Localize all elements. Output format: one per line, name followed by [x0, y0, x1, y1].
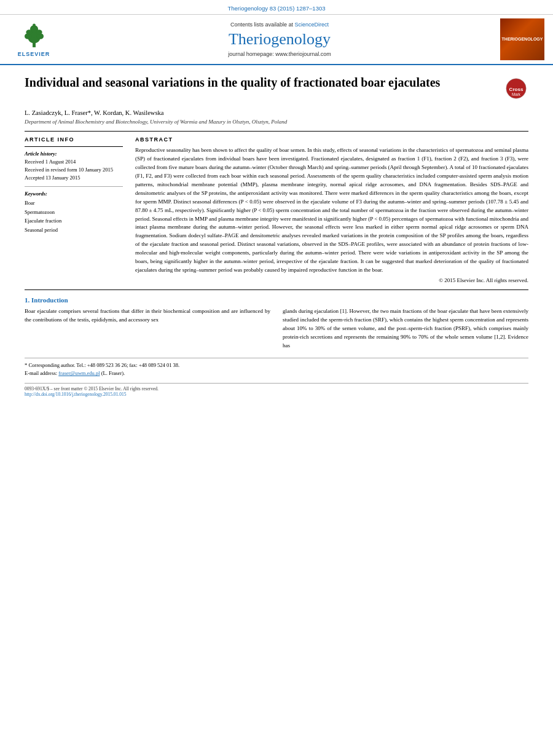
footnotes-area: * Corresponding author. Tel.: +48 089 52… [25, 358, 528, 378]
page-container: Theriogenology 83 (2015) 1287–1303 ELSEV… [0, 0, 553, 756]
bottom-copyright-text: 0093-691X/$ – see front matter © 2015 El… [25, 386, 159, 392]
journal-reference-link[interactable]: Theriogenology 83 (2015) 1287–1303 [228, 5, 326, 12]
keywords-divider [25, 186, 123, 187]
abstract-header: ABSTRACT [135, 136, 528, 143]
journal-homepage: journal homepage: www.theriojournal.com [68, 51, 492, 57]
svg-text:Cross: Cross [509, 87, 524, 92]
bottom-copyright: 0093-691X/$ – see front matter © 2015 El… [25, 386, 159, 397]
svg-point-7 [36, 30, 42, 34]
svg-point-6 [26, 30, 32, 34]
intro-text-left: Boar ejaculate comprises several fractio… [25, 307, 270, 325]
journal-header: ELSEVIER Contents lists available at Sci… [0, 15, 553, 65]
elsevier-label: ELSEVIER [18, 51, 50, 57]
keyword-spermatozoon: Spermatozoon [25, 208, 123, 216]
journal-cover-area: THERIOGENOLOGY [498, 18, 547, 60]
intro-text-right: glands during ejaculation [1]. However, … [283, 307, 528, 350]
main-content: Individual and seasonal variations in th… [0, 65, 553, 406]
article-title: Individual and seasonal variations in th… [25, 74, 495, 90]
footnote-email-line: E-mail address: fraser@uwm.edu.pl (L. Fr… [25, 369, 528, 378]
intro-col-left: Boar ejaculate comprises several fractio… [25, 307, 270, 350]
abstract-text: Reproductive seasonality has been shown … [135, 146, 528, 275]
keyword-boar: Boar [25, 199, 123, 207]
intro-section-header: 1. Introduction [25, 296, 528, 304]
sciencedirect-line: Contents lists available at ScienceDirec… [68, 22, 492, 28]
footnote-email-label: E-mail address: [25, 370, 57, 376]
authors-line: L. Zasiadczyk, L. Fraser*, W. Kordan, K.… [25, 109, 528, 116]
revised-date: Received in revised form 10 January 2015 [25, 166, 123, 174]
intro-two-col: Boar ejaculate comprises several fractio… [25, 307, 528, 350]
article-info-header: ARTICLE INFO [25, 136, 123, 143]
abstract-col: ABSTRACT Reproductive seasonality has be… [135, 136, 528, 283]
keywords-list: Boar Spermatozoon Ejaculate fraction Sea… [25, 199, 123, 234]
article-info-divider [25, 146, 123, 147]
footnote-author-name: (L. Fraser). [101, 370, 125, 376]
footnote-email-link[interactable]: fraser@uwm.edu.pl [58, 370, 100, 376]
affiliation-line: Department of Animal Biochemistry and Bi… [25, 119, 528, 125]
crossmark-icon: Cross Mark [505, 77, 527, 100]
journal-cover-image: THERIOGENOLOGY [500, 18, 544, 60]
keywords-label: Keywords: [25, 191, 123, 197]
journal-cover-text: THERIOGENOLOGY [500, 34, 544, 44]
crossmark-badge: Cross Mark [504, 77, 528, 101]
abstract-copyright: © 2015 Elsevier Inc. All rights reserved… [135, 277, 528, 283]
article-history-label: Article history: [25, 151, 123, 157]
journal-title: Theriogenology [68, 30, 492, 49]
keyword-seasonal-period: Seasonal period [25, 226, 123, 234]
keyword-ejaculate-fraction: Ejaculate fraction [25, 216, 123, 225]
sciencedirect-link[interactable]: ScienceDirect [295, 22, 329, 28]
elsevier-tree-icon [17, 22, 51, 50]
footnote-corresponding: * Corresponding author. Tel.: +48 089 52… [25, 361, 528, 370]
section-divider [25, 131, 528, 132]
svg-point-8 [33, 23, 36, 26]
received-date: Received 1 August 2014 [25, 158, 123, 166]
doi-link[interactable]: http://dx.doi.org/10.1016/j.theriogenolo… [25, 392, 126, 397]
top-header: Theriogenology 83 (2015) 1287–1303 [0, 0, 553, 15]
article-history-items: Received 1 August 2014 Received in revis… [25, 158, 123, 181]
journal-center: Contents lists available at ScienceDirec… [68, 18, 492, 60]
article-info-abstract-cols: ARTICLE INFO Article history: Received 1… [25, 136, 528, 283]
intro-col-right: glands during ejaculation [1]. However, … [283, 307, 528, 350]
svg-text:Mark: Mark [512, 92, 521, 96]
elsevier-logo-area: ELSEVIER [6, 18, 61, 60]
article-title-section: Individual and seasonal variations in th… [25, 74, 528, 104]
article-info-col: ARTICLE INFO Article history: Received 1… [25, 136, 123, 283]
accepted-date: Accepted 13 January 2015 [25, 174, 123, 182]
bottom-bar: 0093-691X/$ – see front matter © 2015 El… [25, 383, 528, 397]
full-divider [25, 289, 528, 290]
